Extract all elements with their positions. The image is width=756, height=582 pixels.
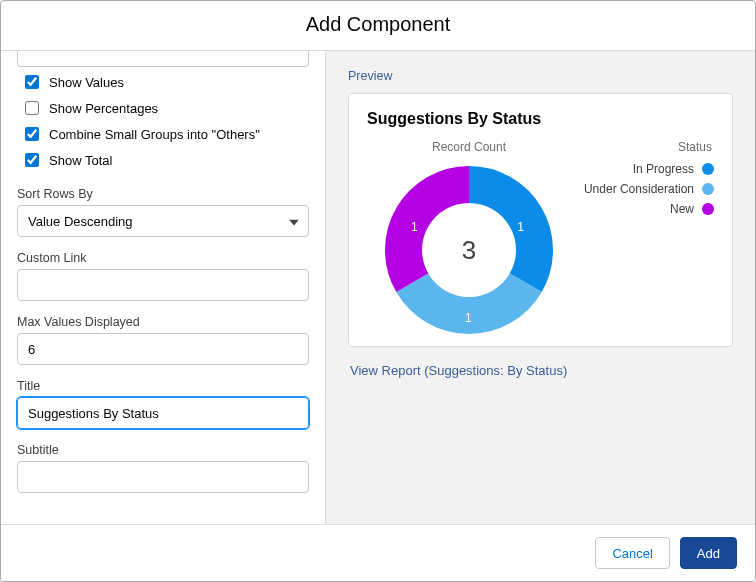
preview-panel: Preview Suggestions By Status Record Cou… (326, 51, 755, 524)
max-values-label: Max Values Displayed (17, 315, 309, 329)
checkbox-label: Combine Small Groups into "Others" (49, 127, 260, 142)
donut-slice-in-progress (469, 166, 553, 292)
chart-row: Record Count (365, 140, 716, 340)
checkbox-show-total-input[interactable] (25, 153, 39, 167)
custom-link-input[interactable] (17, 269, 309, 301)
cancel-button[interactable]: Cancel (595, 537, 669, 569)
modal-header: Add Component (1, 1, 755, 51)
checkbox-show-percentages-input[interactable] (25, 101, 39, 115)
subtitle-field-label: Subtitle (17, 443, 309, 457)
max-values-input[interactable] (17, 333, 309, 365)
legend-item-new: New (581, 202, 716, 216)
truncated-field[interactable] (17, 51, 309, 67)
checkbox-group: Show Values Show Percentages Combine Sma… (17, 69, 309, 173)
legend-swatch (702, 183, 714, 195)
legend-item-in-progress: In Progress (581, 162, 716, 176)
checkbox-show-percentages[interactable]: Show Percentages (21, 95, 309, 121)
title-field-label: Title (17, 379, 309, 393)
slice-value-in-progress: 1 (517, 220, 524, 234)
subtitle-input[interactable] (17, 461, 309, 493)
chart-caption: Record Count (365, 140, 573, 154)
slice-value-under-consideration: 1 (465, 311, 472, 325)
legend-label: Under Consideration (584, 182, 694, 196)
preview-card: Suggestions By Status Record Count (348, 93, 733, 347)
sort-rows-value[interactable] (17, 205, 309, 237)
checkbox-show-values-input[interactable] (25, 75, 39, 89)
checkbox-combine-small-input[interactable] (25, 127, 39, 141)
view-report-link[interactable]: View Report (Suggestions: By Status) (348, 363, 733, 378)
checkbox-show-total[interactable]: Show Total (21, 147, 309, 173)
preview-card-title: Suggestions By Status (367, 110, 716, 128)
donut-chart: 3 1 1 1 (379, 160, 559, 340)
settings-panel: Show Values Show Percentages Combine Sma… (1, 51, 326, 524)
legend-label: New (670, 202, 694, 216)
slice-value-new: 1 (411, 220, 418, 234)
modal-body: Show Values Show Percentages Combine Sma… (1, 51, 755, 524)
modal-title: Add Component (1, 13, 755, 36)
checkbox-label: Show Values (49, 75, 124, 90)
checkbox-show-values[interactable]: Show Values (21, 69, 309, 95)
legend-label: In Progress (633, 162, 694, 176)
donut-total: 3 (462, 235, 476, 266)
legend-swatch (702, 203, 714, 215)
checkbox-label: Show Percentages (49, 101, 158, 116)
legend-title: Status (581, 140, 716, 154)
checkbox-combine-small[interactable]: Combine Small Groups into "Others" (21, 121, 309, 147)
sort-rows-label: Sort Rows By (17, 187, 309, 201)
chart-legend: Status In Progress Under Consideration N… (581, 140, 716, 222)
modal-footer: Cancel Add (1, 524, 755, 581)
title-input[interactable] (17, 397, 309, 429)
preview-label: Preview (348, 69, 733, 83)
checkbox-label: Show Total (49, 153, 112, 168)
legend-swatch (702, 163, 714, 175)
chart-column: Record Count (365, 140, 573, 340)
sort-rows-select[interactable] (17, 205, 309, 237)
add-button[interactable]: Add (680, 537, 737, 569)
legend-item-under-consideration: Under Consideration (581, 182, 716, 196)
donut-slice-new (385, 166, 469, 292)
custom-link-label: Custom Link (17, 251, 309, 265)
add-component-modal: Add Component Show Values Show Percentag… (0, 0, 756, 582)
